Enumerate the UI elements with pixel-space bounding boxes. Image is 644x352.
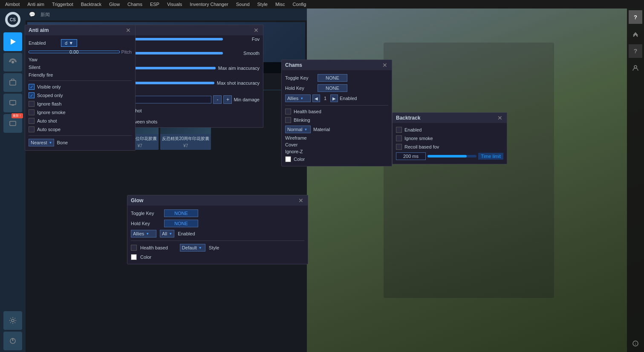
min-damage-minus-button[interactable]: - <box>213 95 222 104</box>
ignore-flash-label: Ignore flash <box>37 101 61 106</box>
sidebar-broadcast-button[interactable] <box>3 53 22 72</box>
max-shot-label: Max shot inaccuracy <box>217 80 260 86</box>
glow-health-checkbox[interactable] <box>131 245 137 251</box>
backtrack-close-button[interactable]: ✕ <box>497 114 503 121</box>
visible-only-checkbox[interactable]: ✓ <box>29 84 35 90</box>
antiaim-enabled-dropdown[interactable]: d ▼ <box>61 39 77 47</box>
menu-glow[interactable]: Glow <box>106 1 123 8</box>
min-damage-plus-button[interactable]: + <box>223 95 232 104</box>
health-based-checkbox[interactable] <box>285 109 291 114</box>
item-name-3: 反恐精英20周年印花胶囊 <box>160 134 211 143</box>
friendly-fire-label: Friendly fire <box>29 72 58 77</box>
glow-allies-label: Allies <box>133 231 144 236</box>
menu-antiaim[interactable]: Anti aim <box>24 1 48 8</box>
backtrack-smoke-checkbox[interactable] <box>396 135 402 141</box>
antiaim-close-button[interactable]: ✕ <box>125 27 132 34</box>
sidebar-new-button[interactable]: 最新！ <box>3 114 22 133</box>
antiaim-body: Enabled d ▼ 0.00 Pitch Yaw Silent Friend… <box>25 35 135 150</box>
news-chat-icon: 💬 <box>29 11 35 17</box>
ignore-flash-checkbox[interactable] <box>29 101 35 107</box>
toggle-key-button[interactable]: NONE <box>318 74 347 82</box>
auto-scope-checkbox[interactable] <box>29 126 35 132</box>
chams-title: Chams <box>285 62 302 68</box>
allies-label: Allies <box>287 96 298 101</box>
visible-only-row: ✓ Visible only <box>29 83 132 91</box>
menu-chams[interactable]: Chams <box>124 1 146 8</box>
backtrack-enabled-checkbox[interactable] <box>396 127 402 133</box>
scoped-only-checkbox[interactable]: ✓ <box>29 92 35 98</box>
backtrack-recoil-checkbox[interactable] <box>396 144 402 150</box>
glow-color-swatch[interactable] <box>131 254 137 260</box>
glow-allies-dropdown[interactable]: Allies ▼ <box>131 230 156 238</box>
fov-row: Fov <box>115 35 263 43</box>
right-question-button[interactable]: ? <box>629 10 642 24</box>
chams-blinking-row: Blinking <box>285 116 388 124</box>
backtrack-smoke-row: Ignore smoke <box>396 134 503 143</box>
glow-all-arrow-icon: ▼ <box>169 232 172 236</box>
menu-inventory-changer[interactable]: Inventory Changer <box>186 1 232 8</box>
right-person-button[interactable] <box>629 61 642 75</box>
cover-option[interactable]: Cover <box>285 141 388 148</box>
sidebar-play-button[interactable] <box>3 32 22 51</box>
chams-enabled-label: Enabled <box>340 96 357 101</box>
sidebar-settings-button[interactable] <box>3 311 22 330</box>
chams-close-button[interactable]: ✕ <box>381 62 388 69</box>
time-limit-label: Time limit <box>478 153 503 160</box>
menu-config[interactable]: Config <box>289 1 310 8</box>
chams-page-num: 1 <box>322 96 329 101</box>
menu-esp[interactable]: ESP <box>147 1 163 8</box>
ignore-smoke-checkbox[interactable] <box>29 109 35 115</box>
menu-style[interactable]: Style <box>254 1 271 8</box>
glow-default-dropdown[interactable]: Default ▼ <box>180 244 205 252</box>
material-dropdown[interactable]: Normal ▼ <box>285 126 311 133</box>
ignore-z-option[interactable]: Ignore-Z <box>285 148 388 155</box>
sidebar-store-button[interactable] <box>3 73 22 92</box>
menu-sound[interactable]: Sound <box>233 1 253 8</box>
glow-hold-key-button[interactable]: NONE <box>164 220 198 227</box>
chams-next-button[interactable]: ▶ <box>330 94 338 102</box>
menu-triggerbot[interactable]: Triggerbot <box>49 1 77 8</box>
allies-dropdown[interactable]: Allies ▼ <box>285 94 311 102</box>
right-help-button[interactable]: ? <box>629 44 642 58</box>
killshot-row: Killshot <box>115 105 263 116</box>
right-chevron-button[interactable] <box>629 27 642 41</box>
normal-label: Normal <box>287 127 302 132</box>
sidebar-power-button[interactable] <box>3 332 22 350</box>
glow-style-label: Style <box>209 245 219 250</box>
sidebar-tv-button[interactable] <box>3 94 22 112</box>
pitch-value: 0.00 <box>69 49 78 54</box>
auto-shot-checkbox[interactable] <box>29 118 35 124</box>
svg-rect-5 <box>10 100 16 105</box>
max-aim-label: Max aim inaccuracy <box>218 66 260 71</box>
right-info-button[interactable]: i <box>629 337 642 350</box>
menu-visuals[interactable]: Visuals <box>164 1 185 8</box>
color-label: Color <box>294 157 305 162</box>
chams-prev-button[interactable]: ◀ <box>312 94 320 102</box>
time-value: 200 ms <box>396 152 426 160</box>
antiaim-separator-1 <box>29 80 132 81</box>
svg-text:i: i <box>635 342 636 346</box>
menu-misc[interactable]: Misc <box>272 1 289 8</box>
blinking-checkbox[interactable] <box>285 117 291 123</box>
nearest-dropdown[interactable]: Nearest ▼ <box>29 139 54 146</box>
aimbot-panel-close-button[interactable]: ✕ <box>253 27 260 34</box>
wireframe-option[interactable]: Wireframe <box>285 135 388 141</box>
glow-close-button[interactable]: ✕ <box>297 197 304 204</box>
news-tab[interactable]: 新闻 <box>37 10 53 20</box>
steam-logo: CS <box>3 10 22 29</box>
menu-backtrack[interactable]: Backtrack <box>78 1 105 8</box>
menu-aimbot[interactable]: Aimbot <box>2 1 23 8</box>
color-swatch[interactable] <box>285 156 291 162</box>
blinking-label: Blinking <box>294 117 310 123</box>
pitch-label: Pitch <box>121 49 132 54</box>
pitch-slider-track[interactable]: 0.00 <box>29 51 120 53</box>
backtrack-dialog: Backtrack ✕ Enabled Ignore smoke Recoil … <box>392 112 507 164</box>
glow-all-dropdown[interactable]: All ▼ <box>160 230 174 238</box>
time-slider[interactable] <box>427 155 477 157</box>
glow-health-label: Health based <box>140 245 168 250</box>
glow-all-label: All <box>162 231 167 236</box>
hold-key-button[interactable]: NONE <box>318 84 347 92</box>
antiaim-titlebar: Anti aim ✕ <box>25 25 135 35</box>
steam-sidebar: CS 最新！ <box>0 9 26 352</box>
glow-toggle-key-button[interactable]: NONE <box>164 209 198 217</box>
